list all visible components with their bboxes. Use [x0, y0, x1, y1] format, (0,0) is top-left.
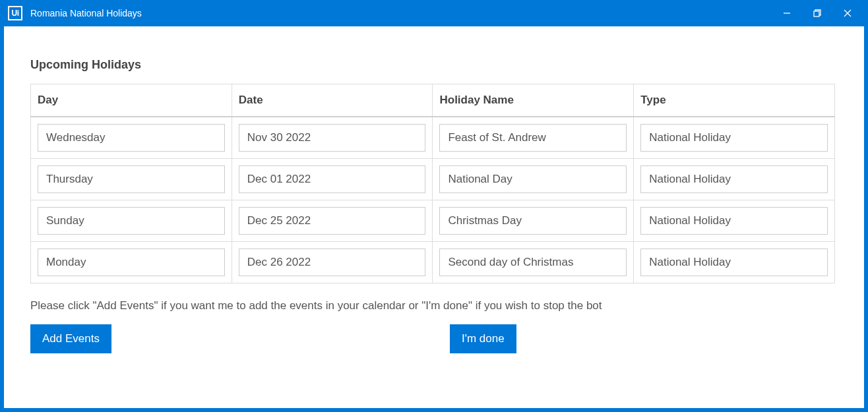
column-header-name: Holiday Name: [433, 84, 634, 117]
app-icon: Ui: [8, 6, 22, 20]
button-row: Add Events I'm done: [30, 324, 838, 353]
cell-day: Wednesday: [38, 124, 225, 152]
content-holder: Upcoming Holidays Day Date Holiday Name …: [0, 26, 868, 412]
cell-type: National Holiday: [640, 165, 828, 193]
cell-date: Dec 25 2022: [239, 207, 426, 235]
cell-date: Nov 30 2022: [239, 124, 426, 152]
page-heading: Upcoming Holidays: [30, 58, 838, 72]
svg-rect-1: [814, 11, 819, 16]
instruction-text: Please click "Add Events" if you want me…: [30, 299, 838, 312]
column-header-type: Type: [634, 84, 835, 117]
app-icon-text: Ui: [12, 9, 19, 18]
window-controls: [772, 3, 863, 24]
cell-name: National Day: [439, 165, 627, 193]
app-window: Ui Romania National Holidays Upc: [0, 0, 868, 412]
maximize-button[interactable]: [802, 3, 832, 24]
minimize-icon: [783, 9, 791, 17]
cell-day: Monday: [38, 249, 225, 276]
cell-name: Christmas Day: [439, 207, 627, 235]
cell-type: National Holiday: [640, 207, 828, 235]
holidays-table: Day Date Holiday Name Type Wednesday Nov…: [30, 84, 835, 283]
table-row: Monday Dec 26 2022 Second day of Christm…: [31, 242, 835, 283]
minimize-button[interactable]: [772, 3, 802, 24]
cell-date: Dec 01 2022: [239, 165, 426, 193]
cell-type: National Holiday: [640, 124, 828, 152]
im-done-button[interactable]: I'm done: [450, 324, 516, 353]
cell-name: Second day of Christmas: [439, 249, 627, 276]
cell-day: Thursday: [38, 165, 225, 193]
table-row: Thursday Dec 01 2022 National Day Nation…: [31, 159, 835, 200]
close-icon: [844, 9, 852, 17]
cell-date: Dec 26 2022: [239, 249, 426, 276]
cell-type: National Holiday: [640, 249, 828, 276]
table-row: Wednesday Nov 30 2022 Feast of St. Andre…: [31, 117, 835, 159]
content: Upcoming Holidays Day Date Holiday Name …: [4, 26, 864, 408]
maximize-icon: [813, 9, 821, 17]
column-header-day: Day: [31, 84, 232, 117]
window-title: Romania National Holidays: [30, 8, 772, 18]
cell-name: Feast of St. Andrew: [439, 124, 627, 152]
add-events-button[interactable]: Add Events: [30, 324, 111, 353]
table-header-row: Day Date Holiday Name Type: [31, 84, 835, 117]
close-button[interactable]: [832, 3, 863, 24]
cell-day: Sunday: [38, 207, 225, 235]
column-header-date: Date: [232, 84, 433, 117]
table-row: Sunday Dec 25 2022 Christmas Day Nationa…: [31, 200, 835, 242]
titlebar: Ui Romania National Holidays: [0, 0, 868, 26]
